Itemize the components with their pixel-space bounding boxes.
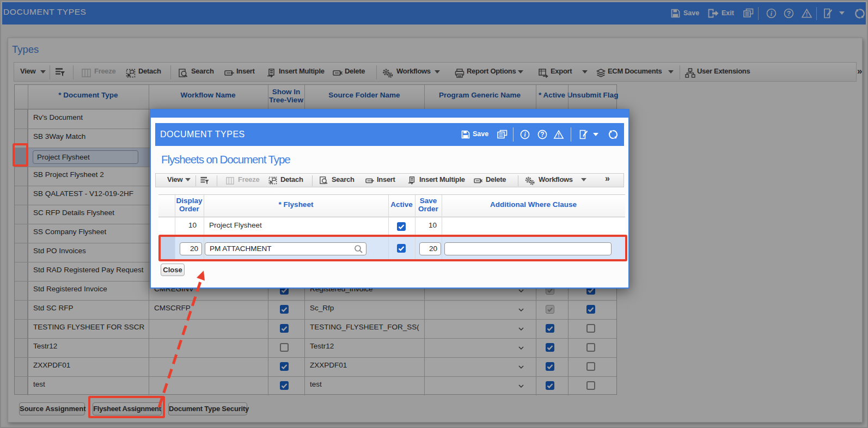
svg-text:?: ? — [540, 131, 544, 138]
svg-text:!: ! — [558, 132, 560, 138]
svg-text:i: i — [524, 131, 526, 138]
